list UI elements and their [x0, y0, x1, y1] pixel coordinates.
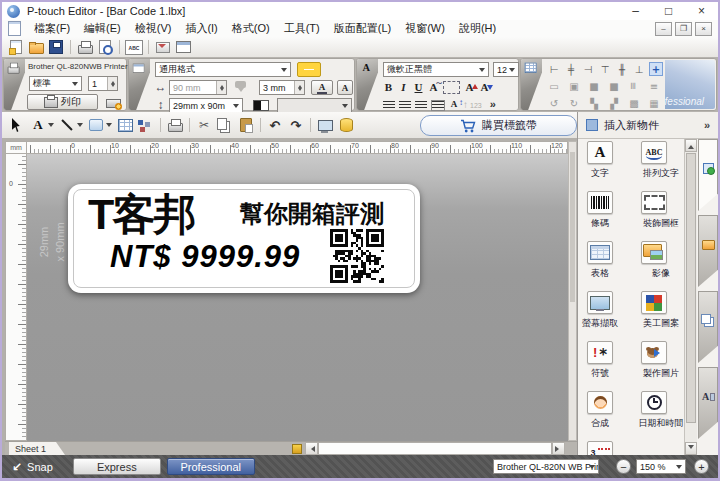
- make-picture-icon[interactable]: [641, 341, 667, 364]
- bring-front-icon[interactable]: ▩: [627, 96, 641, 110]
- mdi-minimize-button[interactable]: –: [655, 22, 672, 36]
- menu-item-7[interactable]: 視窗(W): [398, 21, 452, 36]
- text-vertical-button[interactable]: [337, 80, 353, 95]
- align-left-icon[interactable]: ⊢: [547, 62, 561, 76]
- object-item-label[interactable]: 影像: [631, 267, 684, 280]
- object-list-scrollbar[interactable]: [684, 139, 697, 455]
- decrease-font-button[interactable]: A: [477, 80, 492, 94]
- decorative-frame-icon[interactable]: [641, 191, 667, 214]
- text-box-button[interactable]: [443, 81, 460, 94]
- layout-window-icon[interactable]: [174, 39, 192, 56]
- vertical-text-icon[interactable]: A: [447, 98, 461, 111]
- table-object-icon[interactable]: [587, 241, 613, 264]
- margin-stepper[interactable]: 3 mm: [259, 80, 305, 95]
- text-horizontal-button[interactable]: [311, 80, 333, 95]
- mdi-close-button[interactable]: ×: [695, 22, 712, 36]
- menu-item-2[interactable]: 檢視(V): [128, 21, 179, 36]
- menu-item-5[interactable]: 工具(T): [277, 21, 327, 36]
- mode-express-button[interactable]: Express: [73, 458, 161, 475]
- justify-text-icon[interactable]: [431, 100, 445, 111]
- align-middle-icon[interactable]: ╫: [615, 62, 629, 76]
- fill-b-icon[interactable]: ■: [607, 79, 621, 93]
- price-text-object[interactable]: NT$ 9999.99: [110, 241, 300, 272]
- rotate-left-icon[interactable]: ↺: [547, 96, 561, 110]
- copy-icon-button[interactable]: [215, 117, 235, 134]
- align-center-icon[interactable]: ╪: [564, 62, 578, 76]
- symbol-icon[interactable]: [587, 341, 613, 364]
- text-tool-icon-button[interactable]: [28, 117, 56, 134]
- printer-settings-button[interactable]: [103, 93, 123, 110]
- barcode-icon[interactable]: [587, 191, 613, 214]
- format-preset-select[interactable]: 通用格式: [155, 62, 291, 77]
- tab-insert-object[interactable]: [698, 139, 718, 211]
- object-item-label[interactable]: 符號: [577, 367, 630, 380]
- tab-text-style[interactable]: [698, 367, 718, 439]
- scroll-right-button[interactable]: [552, 442, 565, 455]
- italic-button[interactable]: I: [396, 80, 411, 94]
- scrollbar-thumb[interactable]: [686, 153, 696, 423]
- tab-layout-style[interactable]: [698, 291, 718, 363]
- print-button[interactable]: 列印: [27, 94, 98, 110]
- fill-a-icon[interactable]: ■: [587, 79, 601, 93]
- stepper-arrows[interactable]: [294, 81, 304, 94]
- maximize-button[interactable]: □: [652, 3, 685, 20]
- print-quick-icon-button[interactable]: [165, 117, 185, 134]
- scroll-left-button[interactable]: [305, 442, 318, 455]
- send-email-icon[interactable]: [154, 39, 172, 56]
- clipart-icon[interactable]: [641, 291, 667, 314]
- redo-icon-button[interactable]: [286, 117, 306, 134]
- rotate-right-icon[interactable]: ↻: [567, 96, 581, 110]
- screen-capture-tool-icon-button[interactable]: [315, 117, 335, 134]
- numbering-field-icon[interactable]: [470, 98, 482, 110]
- spell-check-icon[interactable]: [125, 40, 143, 55]
- stepper-arrows[interactable]: [107, 77, 117, 90]
- database-icon-button[interactable]: [336, 117, 356, 134]
- menu-item-0[interactable]: 檔案(F): [27, 21, 77, 36]
- print-icon[interactable]: [76, 39, 94, 56]
- cut-icon-button[interactable]: [194, 117, 214, 134]
- object-item-label[interactable]: 美工圖案: [631, 317, 684, 330]
- font-size-select[interactable]: 12: [493, 62, 519, 77]
- menu-item-8[interactable]: 說明(H): [452, 21, 503, 36]
- minimize-button[interactable]: –: [619, 3, 652, 20]
- tape-length-stepper[interactable]: 90 mm: [169, 80, 227, 95]
- mode-professional-button[interactable]: Professional: [167, 458, 255, 475]
- screen-capture-icon[interactable]: [587, 291, 613, 314]
- scroll-down-button[interactable]: [685, 442, 697, 455]
- object-item-label[interactable]: 文字: [577, 167, 630, 180]
- canvas-vertical-scrollbar[interactable]: [568, 141, 577, 441]
- mode-snap[interactable]: ↙Snap: [12, 460, 53, 474]
- open-icon[interactable]: [27, 39, 45, 56]
- zoom-out-button[interactable]: −: [616, 459, 631, 474]
- distribute-h-icon[interactable]: ≡: [627, 79, 641, 93]
- tagline-text-object[interactable]: 幫你開箱評測: [240, 202, 384, 226]
- print-quality-select[interactable]: 標準: [29, 76, 82, 91]
- tab-open-layout[interactable]: [698, 215, 718, 287]
- frame-style-select[interactable]: [277, 98, 352, 113]
- undo-icon-button[interactable]: [265, 117, 285, 134]
- object-item-label[interactable]: 排列文字: [631, 167, 684, 180]
- increase-font-button[interactable]: A: [462, 80, 477, 94]
- object-item-label[interactable]: 製作圖片: [631, 367, 684, 380]
- label-canvas[interactable]: 29mm x 90mm T客邦 幫你開箱評測 NT$ 9999.99: [27, 154, 568, 441]
- table-tool-icon-button[interactable]: [115, 117, 135, 134]
- print-preview-icon[interactable]: [96, 39, 114, 56]
- align-right-text-icon[interactable]: [415, 101, 427, 110]
- more-options-button[interactable]: »: [490, 98, 496, 110]
- object-item-label[interactable]: 裝飾圖框: [631, 217, 684, 230]
- canvas-horizontal-scrollbar[interactable]: [318, 442, 552, 455]
- sheet-tab[interactable]: Sheet 1: [9, 442, 65, 455]
- image-object-icon[interactable]: [641, 241, 667, 264]
- text-object-icon[interactable]: [587, 141, 613, 164]
- size-width-icon[interactable]: ▭: [547, 79, 561, 93]
- text-direction-icon[interactable]: ↑: [463, 99, 468, 110]
- save-icon[interactable]: [47, 39, 65, 56]
- object-item-label[interactable]: 日期和時間: [631, 417, 684, 430]
- group-icon[interactable]: ▚: [587, 96, 601, 110]
- menu-item-1[interactable]: 編輯(E): [77, 21, 128, 36]
- sheet-options-icon[interactable]: [292, 444, 302, 454]
- arrange-panel-tab[interactable]: [521, 59, 542, 110]
- menu-item-6[interactable]: 版面配置(L): [327, 21, 398, 36]
- shape-tool-icon-button[interactable]: [86, 117, 114, 134]
- underline-button[interactable]: U: [411, 80, 426, 94]
